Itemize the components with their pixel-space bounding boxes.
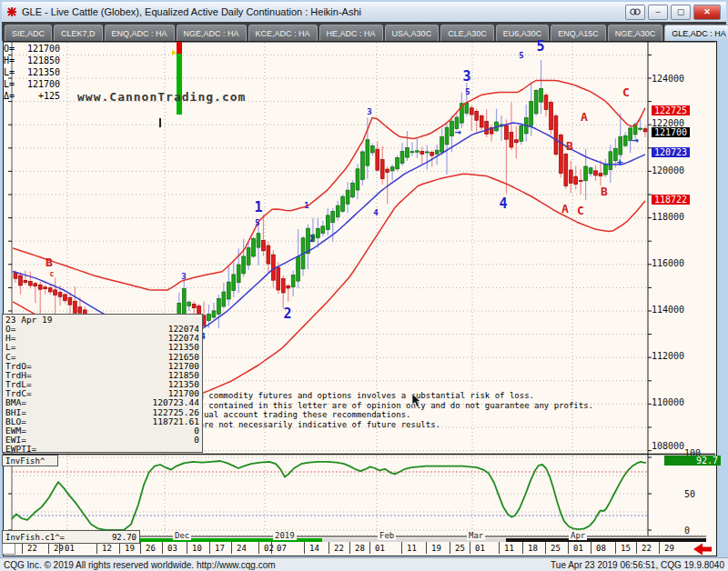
date-tick-label: 03 <box>167 544 177 553</box>
date-tick-mark <box>401 542 402 554</box>
tab-enq-adc-ha[interactable]: ENQ,ADC : HA <box>105 25 175 41</box>
databox-row: BLO=118721.61 <box>5 417 199 426</box>
annotation-wave-red-lg: B <box>46 256 53 268</box>
quote-row-l: L=121350 <box>4 67 60 77</box>
scroll-left-arrow[interactable] <box>693 542 717 555</box>
maximize-button[interactable]: ▢ <box>671 5 691 20</box>
window-title: GLE - Live Cattle (Globex), Equalized Ac… <box>22 6 625 17</box>
tab-usa-a30c[interactable]: USA,A30C <box>385 25 440 41</box>
link-button[interactable] <box>625 5 645 20</box>
close-button[interactable]: ✕ <box>693 5 721 20</box>
price-axis-label-118000: 118000 <box>652 212 684 222</box>
date-tick-label: 22 <box>27 544 37 553</box>
date-tick-mark <box>271 542 272 554</box>
date-tick-label: 02 <box>264 544 274 553</box>
date-tick-mark <box>304 542 305 554</box>
date-tick-label: 01 <box>65 544 75 553</box>
date-tick-mark <box>329 542 329 554</box>
date-tick-label: 11 <box>407 544 417 553</box>
annotation-wave-red-lg: B <box>601 185 608 197</box>
date-tick-label: 18 <box>528 544 538 553</box>
date-tick-label: 14 <box>309 544 319 553</box>
date-row-corner-box[interactable] <box>2 542 15 555</box>
date-tick-label: 01 <box>573 544 583 553</box>
date-tick-mark <box>140 542 141 554</box>
date-tick-mark <box>568 542 569 554</box>
status-bar: CQG Inc. © 2019 All rights reserved worl… <box>0 557 728 571</box>
price-axis-label-50: 50 <box>684 489 695 499</box>
minimize-button[interactable]: – <box>648 5 668 20</box>
annotation-wave-red-lg: B <box>566 140 573 152</box>
annotation-wave-red-lg: C <box>622 86 630 98</box>
mouse-cursor <box>411 394 424 412</box>
annotation-wave-red-lg: A <box>561 203 569 215</box>
month-label-dec: Dec <box>173 531 191 540</box>
price-axis-label-0: 0 <box>684 526 690 536</box>
indicator-name-label: InvFish^ <box>5 456 45 466</box>
tab-he-adc-ha[interactable]: HE,ADC : HA <box>319 25 383 41</box>
date-tick-mark <box>470 542 470 554</box>
tab-gle-adc-ha[interactable]: GLE,ADC : HA <box>664 25 728 41</box>
price-axis-label-108000: 108000 <box>652 441 684 451</box>
date-tick-label: 19 <box>125 544 135 553</box>
databox-row: EWM=0 <box>5 426 199 436</box>
date-tick-mark <box>545 542 546 554</box>
date-tick-mark <box>369 542 370 554</box>
tab-nge-adc-ha[interactable]: NGE,ADC : HA <box>177 25 247 41</box>
price-axis-label-122725: 122725 <box>652 105 690 115</box>
annotation-wave-blue-sm: 2 <box>309 235 314 244</box>
annotation-wave-blue-sm: 1 <box>304 202 308 210</box>
cqg-app-icon <box>6 6 17 17</box>
date-tick-mark <box>231 542 232 554</box>
date-tick-mark <box>349 542 350 554</box>
price-axis-label-110000: 110000 <box>652 397 684 407</box>
date-tick-label: 22 <box>334 544 344 553</box>
quote-label: L= <box>4 67 15 77</box>
annotation-wave-blue-sm: 5 <box>465 88 470 96</box>
tab-nge-a30c[interactable]: NGE,A30C <box>608 25 663 41</box>
date-tick-mark <box>162 542 163 554</box>
price-axis-label-114000: 114000 <box>652 305 684 315</box>
date-tick-mark <box>258 542 259 554</box>
quote-value: +125 <box>38 91 60 101</box>
tab-sie-adc[interactable]: SIE,ADC <box>5 25 52 41</box>
date-tick-label: 22 <box>642 544 652 553</box>
annotation-wave-red-lg: A <box>581 111 588 123</box>
date-tick-label: 17 <box>215 544 225 553</box>
title-bar[interactable]: GLE - Live Cattle (Globex), Equalized Ac… <box>2 2 726 22</box>
date-tick-mark <box>615 542 616 554</box>
price-axis-label-92.7: 92.7 <box>664 456 721 466</box>
link-icon <box>630 8 641 15</box>
chart-frame <box>3 41 717 556</box>
date-tick-mark <box>522 542 523 554</box>
chart-tab-bar: SIE,ADCCLEK7,DENQ,ADC : HANGE,ADC : HAKC… <box>2 22 726 41</box>
tab-clek7-d[interactable]: CLEK7,D <box>54 25 103 41</box>
quote-value: 121850 <box>27 55 60 65</box>
date-tick-label: 19 <box>431 544 441 553</box>
quote-value: 121700 <box>27 44 60 54</box>
annotation-wave-blue-sm: 5 <box>255 219 259 227</box>
quote-row-: Δ=+125 <box>4 91 60 101</box>
annotation-wave-blue-lg: 5 <box>536 40 544 54</box>
tab-kce-adc-ha[interactable]: KCE,ADC : HA <box>248 25 318 41</box>
quote-row-h: H=121850 <box>4 55 60 65</box>
indicator-name-box: InvFish^ <box>2 455 58 466</box>
date-tick-mark <box>209 542 210 554</box>
date-tick-mark <box>499 542 500 554</box>
month-label-feb: Feb <box>378 531 396 540</box>
date-tick-label: 08 <box>596 544 606 553</box>
quote-label: H= <box>4 55 15 65</box>
cursor-icon <box>411 394 424 408</box>
month-label-2019: 2019 <box>273 531 297 540</box>
tab-enq-a15c[interactable]: ENQ,A15C <box>551 25 606 41</box>
indicator-readout-value: 92.70 <box>112 533 136 542</box>
month-label-apr: Apr <box>569 531 587 540</box>
annotation-wave-blue-lg: 4 <box>499 197 507 211</box>
tab-cle-a30c[interactable]: CLE,A30C <box>440 25 494 41</box>
annotation-wave-blue-sm: 3 <box>181 273 186 281</box>
month-label-mar: Mar <box>467 531 485 540</box>
quote-value: 121700 <box>27 79 60 89</box>
date-tick-mark <box>659 542 660 554</box>
price-axis-label-120723: 120723 <box>652 147 690 157</box>
date-tick-mark <box>187 542 187 554</box>
